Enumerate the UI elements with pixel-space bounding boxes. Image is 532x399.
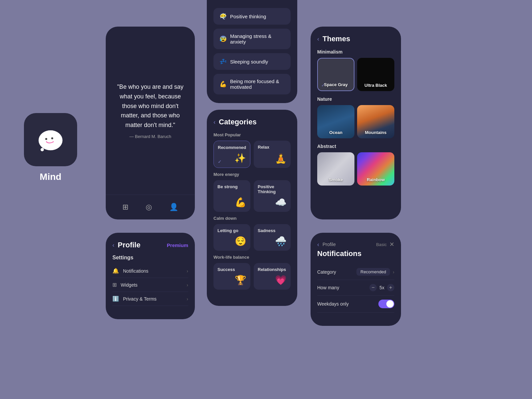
settings-notifications[interactable]: 🔔 Notifications › bbox=[112, 264, 188, 278]
tile-be-strong-emoji: 💪 bbox=[217, 197, 246, 208]
tile-relationships[interactable]: Relationships 💗 bbox=[254, 263, 291, 290]
categories-back-button[interactable]: ‹ bbox=[213, 119, 215, 126]
topic-label-positive: Positive thinking bbox=[230, 14, 266, 19]
tile-positive-thinking-emoji: ☁️ bbox=[258, 197, 287, 208]
space-gray-label: Space Gray bbox=[324, 82, 348, 87]
theme-ocean[interactable]: Ocean bbox=[317, 105, 354, 138]
more-energy-grid: Be strong 💪 Positive Thinking ☁️ bbox=[213, 180, 291, 212]
more-energy-label: More energy bbox=[213, 172, 291, 177]
nav-grid-icon[interactable]: ⊞ bbox=[120, 200, 131, 214]
tile-recommended[interactable]: Recommened ✓ ✨ bbox=[213, 141, 250, 168]
toggle-knob bbox=[386, 300, 394, 308]
profile-back-button[interactable]: ‹ bbox=[112, 242, 114, 249]
svg-point-4 bbox=[46, 141, 47, 142]
categories-card: ‹ Categories Most Popular Recommened ✓ ✨… bbox=[207, 110, 297, 306]
topic-item-focused[interactable]: 💪 Being more focused & motivated bbox=[213, 74, 291, 94]
notif-top-right: Basic ✕ bbox=[376, 241, 394, 248]
notif-category-badge: Recomended bbox=[356, 268, 390, 276]
svg-point-5 bbox=[53, 141, 54, 142]
tile-relationships-emoji: 💗 bbox=[258, 275, 287, 286]
settings-widgets[interactable]: ⊞ Widgets › bbox=[112, 278, 188, 292]
widgets-arrow: › bbox=[187, 282, 188, 288]
tile-positive-thinking[interactable]: Positive Thinking ☁️ bbox=[254, 180, 291, 212]
nav-explore-icon[interactable]: ◎ bbox=[143, 200, 155, 214]
nav-profile-icon[interactable]: 👤 bbox=[167, 200, 181, 214]
topic-emoji-positive: 😶‍🌫️ bbox=[219, 13, 227, 20]
topic-emoji-sleep: 💤 bbox=[219, 58, 227, 65]
most-popular-grid: Recommened ✓ ✨ Relax 🧘 bbox=[213, 141, 291, 168]
quote-card: "Be who you are and say what you feel, b… bbox=[106, 27, 195, 219]
tile-letting-go[interactable]: Letting go 😌 bbox=[213, 224, 250, 251]
notif-close-button[interactable]: ✕ bbox=[389, 241, 394, 248]
ultra-black-label: Ultra Black bbox=[364, 83, 387, 88]
most-popular-label: Most Popular bbox=[213, 132, 291, 137]
tile-relax-emoji: 🧘 bbox=[258, 153, 287, 164]
theme-rainbow[interactable]: Rainbow bbox=[357, 152, 394, 186]
tile-recommended-emoji: ✨ bbox=[218, 153, 246, 164]
howmany-minus-button[interactable]: − bbox=[369, 284, 377, 291]
quote-author: — Bernard M. Baruch bbox=[114, 134, 187, 139]
notif-basic-label: Basic bbox=[376, 242, 387, 247]
notif-howmany-row: How many − 5x + bbox=[317, 280, 394, 296]
abstract-label: Abstract bbox=[317, 144, 394, 149]
quote-body: "Be who you are and say what you feel, b… bbox=[106, 27, 195, 195]
notif-category-label: Category bbox=[317, 269, 336, 275]
nature-section: Nature Ocean Mountains bbox=[317, 96, 394, 138]
rainbow-label: Rainbow bbox=[367, 177, 385, 182]
settings-widgets-left: ⊞ Widgets bbox=[112, 282, 138, 288]
topic-item-stress[interactable]: 😰 Managing stress & anxiety bbox=[213, 29, 291, 49]
tile-success-emoji: 🏆 bbox=[217, 275, 246, 286]
tile-success[interactable]: Success 🏆 bbox=[213, 263, 250, 290]
quote-nav-bar: ⊞ ◎ 👤 bbox=[106, 195, 195, 219]
notif-profile-label: Profile bbox=[323, 242, 336, 247]
app-name-label: Mind bbox=[40, 172, 61, 182]
settings-privacy[interactable]: ℹ️ Privacy & Terms › bbox=[112, 292, 188, 306]
privacy-label: Privacy & Terms bbox=[123, 296, 157, 302]
smoke-label: Smoke bbox=[329, 177, 343, 182]
weekdays-toggle[interactable] bbox=[378, 300, 394, 308]
notifications-arrow: › bbox=[187, 268, 188, 274]
profile-card: ‹ Profile Premium Settings 🔔 Notificatio… bbox=[106, 233, 195, 319]
notif-category-value: Recomended › bbox=[356, 268, 394, 276]
tile-letting-go-label: Letting go bbox=[217, 228, 246, 233]
notif-category-row: Category Recomended › bbox=[317, 264, 394, 280]
notif-howmany-value: − 5x + bbox=[369, 284, 394, 291]
quote-text: "Be who you are and say what you feel, b… bbox=[114, 82, 187, 130]
notif-category-arrow[interactable]: › bbox=[393, 269, 394, 275]
themes-header: ‹ Themes bbox=[317, 35, 394, 43]
theme-smoke[interactable]: Smoke bbox=[317, 152, 354, 186]
topic-item-sleep[interactable]: 💤 Sleeping soundly bbox=[213, 53, 291, 70]
minimalism-section: Minimalism ✓ Space Gray Ultra Black bbox=[317, 49, 394, 91]
tile-sadness[interactable]: Sadness 🌧️ bbox=[254, 224, 291, 251]
privacy-icon: ℹ️ bbox=[112, 296, 119, 302]
themes-card: ‹ Themes Minimalism ✓ Space Gray Ultra B… bbox=[311, 27, 401, 219]
svg-point-1 bbox=[39, 130, 62, 149]
tile-be-strong[interactable]: Be strong 💪 bbox=[213, 180, 250, 212]
notifications-card: ‹ Profile Basic ✕ Notifications Category… bbox=[311, 233, 401, 326]
minimalism-grid: ✓ Space Gray Ultra Black bbox=[317, 58, 394, 91]
notif-weekdays-label: Weekdays only bbox=[317, 301, 349, 307]
tile-sadness-emoji: 🌧️ bbox=[258, 236, 287, 247]
notifications-label: Notifications bbox=[123, 268, 148, 274]
notifications-title: Notifications bbox=[317, 249, 394, 258]
topic-emoji-focused: 💪 bbox=[219, 80, 227, 88]
themes-back-button[interactable]: ‹ bbox=[317, 36, 319, 43]
notif-back-button[interactable]: ‹ bbox=[317, 241, 319, 248]
theme-ultra-black[interactable]: Ultra Black bbox=[357, 58, 394, 91]
howmany-count: 5x bbox=[379, 285, 384, 290]
notifications-icon: 🔔 bbox=[112, 268, 119, 274]
categories-header: ‹ Categories bbox=[213, 118, 291, 126]
profile-header: ‹ Profile Premium bbox=[112, 241, 188, 249]
notif-howmany-label: How many bbox=[317, 285, 339, 290]
theme-mountains[interactable]: Mountains bbox=[357, 105, 394, 138]
svg-point-6 bbox=[41, 148, 44, 151]
tile-relationships-label: Relationships bbox=[258, 267, 287, 272]
tile-relax[interactable]: Relax 🧘 bbox=[254, 141, 291, 168]
topic-item-positive[interactable]: 😶‍🌫️ Positive thinking bbox=[213, 8, 291, 25]
tile-positive-thinking-label: Positive Thinking bbox=[258, 184, 287, 194]
tile-recommended-check: ✓ bbox=[218, 159, 222, 164]
calm-down-grid: Letting go 😌 Sadness 🌧️ bbox=[213, 224, 291, 251]
howmany-plus-button[interactable]: + bbox=[387, 284, 394, 291]
themes-title: Themes bbox=[323, 35, 350, 43]
theme-space-gray[interactable]: ✓ Space Gray bbox=[317, 58, 354, 91]
